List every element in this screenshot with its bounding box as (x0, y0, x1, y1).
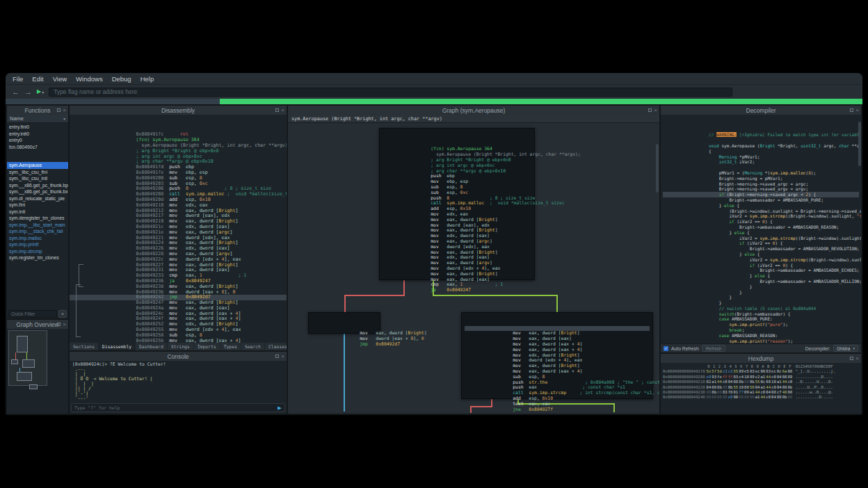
function-list-item[interactable]: sym.imp.strcmp (7, 248, 68, 255)
function-list-item[interactable]: sym.imp.printf (7, 241, 68, 248)
function-list-item[interactable]: sym.__x86.get_pc_thunk.bx (7, 188, 68, 195)
function-list-item[interactable]: sym.imp.__libc_start_main (7, 222, 68, 229)
hexdump-view[interactable]: 0123456789ABCDEF 0123456789ABCDEF 0x0000… (661, 363, 861, 414)
minimap-block (11, 359, 18, 364)
console-input[interactable] (74, 405, 275, 411)
undock-icon[interactable] (850, 108, 853, 112)
disassembly-listing[interactable]: 0x080491fc ret (fcn) sym.Aeropause 364 s… (70, 115, 287, 343)
menu-item[interactable]: Debug (112, 75, 131, 83)
console-line: || | / (72, 387, 284, 391)
decompiler-code[interactable]: // WARNING: [r2ghidra] Failed to match t… (661, 115, 861, 343)
function-list-item[interactable]: sym.register_tm_clones (7, 254, 68, 261)
hexdump-row[interactable]: 0x00000000080491f8 5e5f5dc3c35589e583ec0… (663, 369, 859, 374)
seek-search-input[interactable] (49, 88, 732, 97)
undock-icon[interactable] (275, 108, 279, 112)
graph-line[interactable]: mov eax, dword [Bright] (312, 315, 377, 320)
graph-line[interactable]: mov eax, dword [Bright] (465, 315, 650, 320)
function-list-item[interactable]: entry.fini0 (7, 124, 68, 131)
function-list-item[interactable]: sym.__x86.get_pc_thunk.bp (7, 182, 68, 189)
function-list-item[interactable]: sym.init (7, 209, 68, 215)
function-list-item[interactable]: entry.init0 (7, 131, 68, 138)
basic-block-entry[interactable]: (fcn) sym.Aeropause 364 sym.Aeropause (B… (379, 128, 535, 280)
function-list-item[interactable]: entry0 (7, 137, 68, 144)
close-icon[interactable]: × (281, 354, 284, 359)
hexdump-row[interactable]: 0x0000000008049208 e893feffff83c41089c2a… (663, 375, 859, 380)
undock-icon[interactable] (275, 355, 279, 358)
close-icon[interactable]: × (654, 108, 657, 113)
undock-icon[interactable] (850, 357, 853, 360)
tab[interactable]: Types (220, 343, 241, 350)
graph-overview-minimap[interactable] (7, 329, 68, 414)
function-list-item[interactable]: sym.fini (7, 202, 68, 209)
tab[interactable]: Dashboard (136, 343, 168, 350)
graph-canvas[interactable]: (fcn) sym.Aeropause 364 sym.Aeropause (B… (288, 123, 659, 414)
graph-line[interactable]: (fcn) sym.Aeropause 364 (383, 131, 531, 136)
close-icon[interactable]: × (855, 356, 859, 361)
column-header-label: Name (10, 115, 24, 122)
console-panel: Console × [0x0804924c]> ?E Welcome to Cu… (70, 352, 287, 414)
tab[interactable]: Search (241, 343, 265, 350)
graph-scrollbar[interactable] (656, 144, 659, 193)
function-list-item[interactable]: sym._libc_csu_init (7, 175, 68, 182)
console-input-row: ▶ (71, 403, 285, 412)
quick-filter-input[interactable] (8, 310, 57, 318)
hexdump-ascii: ^_]..U.........j. (796, 369, 835, 374)
hexdump-row[interactable]: 0x0000000008049238 008b0083f8017709a144c… (663, 390, 859, 395)
function-list-item[interactable]: sym.imp.__stack_chk_fail (7, 228, 68, 235)
close-icon[interactable]: × (855, 108, 859, 113)
function-list-item[interactable]: sym.Aeropause (7, 162, 68, 169)
function-list-item[interactable]: sym._libc_csu_fini (7, 169, 68, 176)
close-icon[interactable]: × (281, 108, 284, 113)
send-icon[interactable]: ▶ (275, 404, 284, 412)
decompiler-scrollbar[interactable] (858, 122, 861, 166)
clear-filter-button[interactable]: × (58, 310, 67, 318)
menu-item[interactable]: Windows (76, 75, 103, 83)
undock-icon[interactable] (648, 108, 652, 112)
tab[interactable]: Classes (265, 343, 287, 350)
hexdump-row[interactable]: 0x0000000008049228 04088b008b5510895004a… (663, 385, 859, 390)
close-icon[interactable]: × (63, 322, 66, 327)
auto-refresh-checkbox[interactable]: ✓ (664, 346, 668, 351)
hexdump-address: 0x0000000008049208 (663, 375, 706, 380)
disassembly-line[interactable]: 0x080491fc ret (70, 116, 287, 122)
forward-button[interactable]: → (24, 88, 32, 96)
seek-bar[interactable] (6, 99, 862, 104)
hexdump-column-header: 0123456789ABCDEF 0123456789ABCDEF (663, 364, 859, 369)
decompiler-select[interactable]: Ghidra ▾ (833, 345, 858, 352)
functions-column-header[interactable]: Name ▾ (7, 115, 68, 123)
menu-item[interactable]: Edit (32, 75, 43, 83)
function-list-item[interactable] (7, 150, 68, 162)
basic-block-false[interactable]: mov eax, dword [Bright] mov dword [eax +… (308, 312, 380, 334)
undock-icon[interactable] (57, 108, 61, 112)
close-icon[interactable]: × (63, 108, 66, 113)
analysis-play-button[interactable]: ▶ ▾ (37, 89, 44, 95)
function-list-item[interactable]: sym.deregister_tm_clones (7, 215, 68, 222)
basic-block-true[interactable]: mov eax, dword [Bright] mov eax, dword [… (461, 312, 653, 399)
tab[interactable]: Strings (168, 343, 194, 350)
menu-item[interactable]: Help (140, 75, 154, 83)
menu-item[interactable]: File (13, 75, 23, 83)
hexdump-row[interactable]: 0x0000000008049218 02a144c004088b008b550… (663, 380, 859, 384)
hexdump-ascii: ..........D..... (796, 395, 833, 400)
function-list-item[interactable]: sym.imp.malloc (7, 235, 68, 242)
chevron-down-icon: ▾ (853, 346, 855, 350)
function-list-item[interactable]: sym.dl_relocate_static_pie (7, 195, 68, 202)
undock-icon[interactable] (57, 323, 61, 326)
tab[interactable]: Sections (70, 343, 99, 350)
jump-arrow (76, 284, 81, 337)
refresh-button[interactable]: Refresh (702, 345, 726, 352)
hexdump-panel: Hexdump × 0123456789ABCDEF 01234567 (661, 354, 861, 414)
console-line: |`-'| (72, 391, 284, 396)
tab[interactable]: Disassembly (99, 343, 136, 350)
function-list-item[interactable]: fcn.080490c7 (7, 144, 68, 151)
menu-bar: FileEditViewWindowsDebugHelp (6, 73, 862, 84)
tab[interactable]: Imports (194, 343, 220, 350)
minimap-block (17, 372, 32, 381)
hexdump-row[interactable]: 0x0000000008049248 00000000e990000000a14… (663, 395, 859, 400)
console-line: [0x0804924c]> ?E Welcome to Cutter! (72, 362, 284, 367)
decompiler-line[interactable]: // WARNING: [r2ghidra] Failed to match t… (663, 116, 859, 122)
main-area: Functions × Name ▾ entry.fini0entry.init… (6, 104, 862, 415)
back-button[interactable]: ← (12, 88, 19, 96)
check-icon: ✓ (664, 346, 668, 350)
menu-item[interactable]: View (53, 75, 67, 83)
